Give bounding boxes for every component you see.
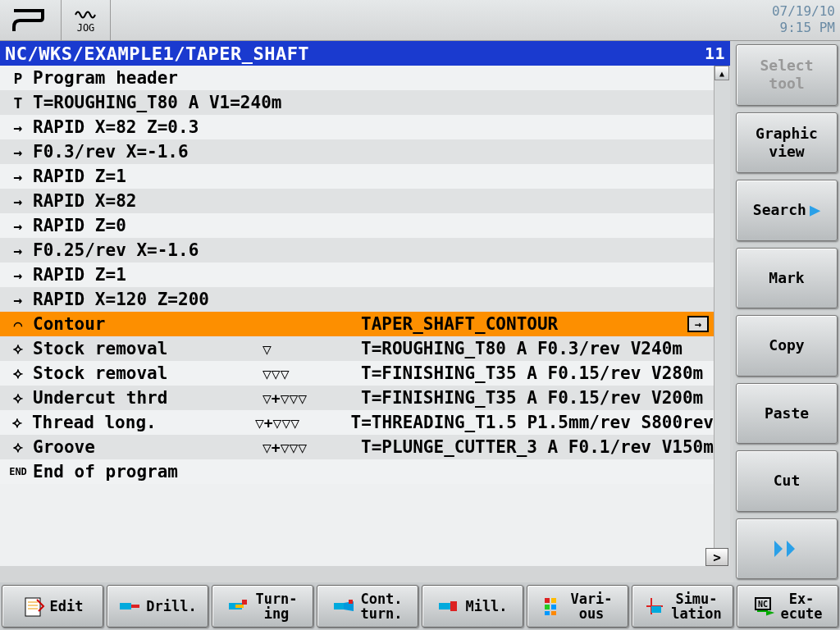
step-marks: ▽▽▽ bbox=[262, 365, 361, 382]
step-label: Groove bbox=[33, 437, 262, 457]
scroll-up-icon[interactable]: ▲ bbox=[714, 66, 729, 80]
datetime: 07/19/10 9:15 PM bbox=[772, 3, 835, 36]
step-params: T=THREADING_T1.5 P1.5mm/rev S800rev bbox=[351, 413, 714, 432]
copy-button[interactable]: Copy bbox=[736, 315, 838, 377]
turning-button[interactable]: Turn-ing bbox=[212, 585, 313, 628]
step-label: Thread long. bbox=[32, 413, 255, 432]
paste-button[interactable]: Paste bbox=[736, 383, 838, 445]
step-icon: → bbox=[3, 267, 33, 284]
svg-text:NC: NC bbox=[758, 600, 768, 609]
svg-rect-9 bbox=[334, 603, 344, 609]
execute-button[interactable]: NCEx-ecute bbox=[737, 585, 838, 628]
drill-icon bbox=[118, 595, 141, 618]
edit-button[interactable]: Edit bbox=[2, 585, 103, 628]
step-label: RAPID Z=0 bbox=[33, 216, 262, 235]
jog-mode-icon: JOG bbox=[62, 0, 111, 41]
step-params: T=ROUGHING_T80 A F0.3/rev V240m bbox=[361, 339, 714, 358]
step-icon: → bbox=[3, 242, 33, 259]
select-tool-button: Selecttool bbox=[736, 44, 838, 106]
program-row[interactable]: →RAPID X=120 Z=200 bbox=[0, 287, 714, 312]
program-row[interactable]: ⟡Stock removal▽▽▽T=FINISHING_T35 A F0.15… bbox=[0, 361, 714, 386]
path-bar: NC/WKS/EXAMPLE1/TAPER_SHAFT 11 bbox=[0, 41, 730, 66]
softkey-label: Cont.turn. bbox=[360, 591, 402, 621]
step-label: End of program bbox=[33, 462, 262, 482]
step-label: Program header bbox=[33, 68, 262, 88]
search-button[interactable]: Search▶ bbox=[736, 180, 838, 241]
program-row[interactable]: ⟡Thread long.▽+▽▽▽T=THREADING_T1.5 P1.5m… bbox=[0, 410, 714, 435]
expand-arrow-icon[interactable]: → bbox=[687, 316, 709, 332]
contour-turn-button[interactable]: Cont.turn. bbox=[317, 585, 418, 628]
end-icon: END bbox=[3, 466, 33, 477]
softkey-label: Mill. bbox=[465, 599, 507, 614]
softkey-label: Turn-ing bbox=[255, 591, 297, 621]
turn-icon bbox=[227, 595, 250, 618]
step-icon: → bbox=[3, 119, 33, 136]
milling-button[interactable]: Mill. bbox=[422, 585, 523, 628]
program-row[interactable]: ⌒ContourTAPER_SHAFT_CONTOUR→ bbox=[0, 312, 714, 336]
program-row[interactable]: ⟡Stock removal▽T=ROUGHING_T80 A F0.3/rev… bbox=[0, 336, 714, 361]
svg-rect-5 bbox=[131, 605, 139, 608]
step-label: Stock removal bbox=[33, 339, 262, 358]
svg-rect-22 bbox=[651, 606, 661, 613]
svg-rect-12 bbox=[439, 603, 450, 609]
step-icon: → bbox=[3, 168, 33, 185]
cturn-icon bbox=[332, 595, 355, 618]
vertical-softkey-panel: SelecttoolGraphicviewSearch▶MarkCopyPast… bbox=[733, 41, 840, 582]
step-icon: → bbox=[3, 217, 33, 235]
step-icon: → bbox=[3, 291, 33, 308]
svg-rect-7 bbox=[242, 600, 247, 605]
program-row[interactable]: →F0.3/rev X=-1.6 bbox=[0, 139, 714, 164]
program-row[interactable]: PProgram header bbox=[0, 66, 714, 90]
program-row[interactable]: →RAPID X=82 Z=0.3 bbox=[0, 115, 714, 139]
step-icon: ⌒ bbox=[3, 316, 33, 333]
step-label: RAPID X=82 bbox=[33, 191, 262, 211]
step-icon: → bbox=[3, 144, 33, 161]
graphic-view-button[interactable]: Graphicview bbox=[736, 112, 838, 174]
program-row[interactable]: →RAPID X=82 bbox=[0, 189, 714, 213]
step-label: RAPID X=120 Z=200 bbox=[33, 290, 262, 309]
step-icon: ⟡ bbox=[3, 389, 33, 407]
forward-button[interactable] bbox=[736, 518, 838, 580]
more-arrow-button[interactable]: > bbox=[705, 548, 728, 566]
program-row[interactable]: TT=ROUGHING_T80 A V1=240m bbox=[0, 90, 714, 115]
step-icon: P bbox=[3, 70, 33, 87]
program-row[interactable]: →F0.25/rev X=-1.6 bbox=[0, 238, 714, 262]
program-row[interactable]: ⟡Undercut thrd▽+▽▽▽T=FINISHING_T35 A F0.… bbox=[0, 386, 714, 410]
date-text: 07/19/10 bbox=[772, 3, 835, 20]
program-row[interactable]: →RAPID Z=1 bbox=[0, 262, 714, 287]
cut-button[interactable]: Cut bbox=[736, 450, 838, 512]
various-button[interactable]: Vari-ous bbox=[527, 585, 628, 628]
vertical-scrollbar[interactable]: ▲ bbox=[714, 66, 730, 566]
softkey-label: Vari-ous bbox=[570, 591, 612, 621]
svg-rect-4 bbox=[120, 603, 131, 609]
program-list[interactable]: PProgram headerTT=ROUGHING_T80 A V1=240m… bbox=[0, 66, 714, 566]
step-marks: ▽ bbox=[262, 340, 361, 358]
step-icon: ⟡ bbox=[3, 340, 33, 358]
program-row[interactable]: →RAPID Z=0 bbox=[0, 213, 714, 238]
step-label: T=ROUGHING_T80 A V1=240m bbox=[33, 93, 262, 112]
step-marks: ▽+▽▽▽ bbox=[262, 439, 361, 456]
program-row[interactable]: →RAPID Z=1 bbox=[0, 164, 714, 189]
program-row[interactable]: ⟡Groove▽+▽▽▽T=PLUNGE_CUTTER_3 A F0.1/rev… bbox=[0, 435, 714, 459]
svg-rect-18 bbox=[545, 611, 550, 615]
step-icon: ⟡ bbox=[3, 438, 33, 456]
edit-icon bbox=[22, 595, 45, 618]
drill-button[interactable]: Drill. bbox=[107, 585, 208, 628]
step-params: T=PLUNGE_CUTTER_3 A F0.1/rev V150m bbox=[361, 437, 714, 457]
simulation-button[interactable]: Simu-lation bbox=[632, 585, 733, 628]
step-label: RAPID X=82 Z=0.3 bbox=[33, 117, 262, 137]
program-editor: PProgram headerTT=ROUGHING_T80 A V1=240m… bbox=[0, 66, 730, 566]
sim-icon bbox=[643, 595, 666, 618]
step-params: T=FINISHING_T35 A F0.15/rev V200m bbox=[361, 388, 714, 408]
step-icon: ⟡ bbox=[3, 364, 33, 382]
step-params: T=FINISHING_T35 A F0.15/rev V280m bbox=[361, 363, 714, 383]
mark-button[interactable]: Mark bbox=[736, 248, 838, 309]
softkey-label: Simu-lation bbox=[671, 591, 721, 621]
program-row[interactable]: ENDEnd of program bbox=[0, 459, 714, 484]
step-label: Undercut thrd bbox=[33, 388, 262, 408]
softkey-label: Drill. bbox=[146, 599, 196, 614]
var-icon bbox=[542, 595, 565, 618]
step-marks: ▽+▽▽▽ bbox=[255, 414, 351, 431]
svg-rect-17 bbox=[551, 605, 556, 609]
svg-rect-19 bbox=[551, 611, 556, 615]
